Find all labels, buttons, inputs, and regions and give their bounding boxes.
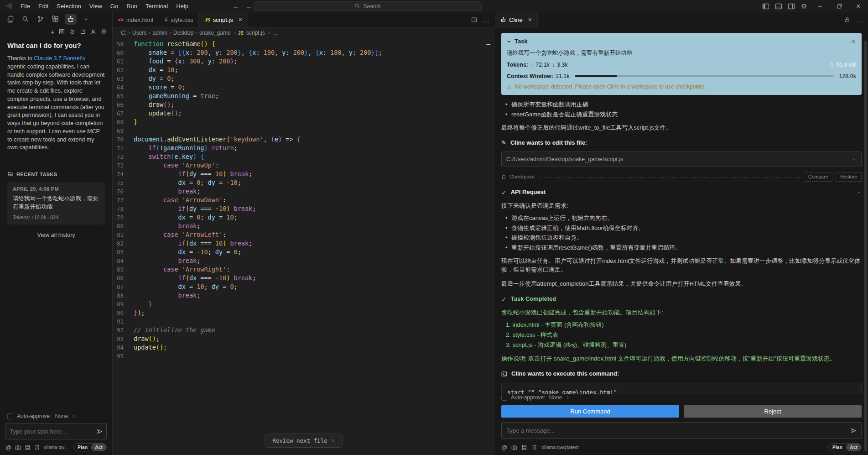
cline-activity-icon[interactable] bbox=[65, 14, 77, 25]
new-task-icon[interactable]: + bbox=[51, 28, 55, 36]
rows-icon[interactable] bbox=[521, 445, 527, 450]
auto-approve-checkbox[interactable] bbox=[7, 413, 13, 419]
tab-cline[interactable]: Cline × bbox=[495, 12, 538, 27]
code-line[interactable]: 76 break; bbox=[113, 187, 495, 196]
code-line[interactable]: 84 break; bbox=[113, 256, 495, 265]
tab-script-js[interactable]: JS script.js × bbox=[199, 12, 248, 27]
code-line[interactable]: 86 if(dx === -10) break; bbox=[113, 274, 495, 282]
forward-arrow-icon[interactable]: → bbox=[245, 3, 252, 10]
breadcrumb-item[interactable]: Users bbox=[127, 30, 147, 36]
task-input[interactable] bbox=[10, 428, 94, 435]
settings-gear-icon[interactable]: ⚙ bbox=[798, 0, 811, 12]
code-line[interactable]: 73 case 'ArrowUp': bbox=[113, 161, 495, 170]
tab-index-html[interactable]: <> index.html bbox=[113, 12, 159, 27]
chevron-down-icon[interactable] bbox=[857, 190, 862, 195]
back-arrow-icon[interactable]: ← bbox=[233, 3, 239, 10]
chevron-down-icon[interactable] bbox=[852, 157, 857, 162]
code-line[interactable]: 74 if(dy === 10) break; bbox=[113, 170, 495, 178]
code-line[interactable]: 89 } bbox=[113, 300, 495, 309]
code-line[interactable]: 77 case 'ArrowDown': bbox=[113, 196, 495, 204]
menu-item[interactable]: Terminal bbox=[141, 0, 172, 12]
menu-item[interactable]: Selection bbox=[52, 0, 85, 12]
code-line[interactable]: 66 draw(); bbox=[113, 100, 495, 109]
chevron-right-icon[interactable] bbox=[72, 414, 76, 418]
menu-item[interactable]: File bbox=[16, 0, 34, 12]
list-icon[interactable] bbox=[59, 29, 65, 35]
code-line[interactable]: 61 food = {x: 300, y: 200}; bbox=[113, 57, 495, 66]
settings-gear-icon[interactable]: ⚙ bbox=[101, 28, 107, 35]
at-icon[interactable]: @ bbox=[5, 444, 11, 451]
fold-indicator-icon[interactable]: — bbox=[487, 40, 490, 47]
code-line[interactable]: 81 case 'ArrowLeft': bbox=[113, 230, 495, 239]
recent-task-card[interactable]: APRIL 29, 4:08 PM 请给我写一个贪吃蛇小游戏，需要有重新开始功能… bbox=[7, 182, 105, 225]
code-line[interactable]: 69 bbox=[113, 126, 495, 135]
auto-approve-checkbox[interactable] bbox=[501, 395, 507, 401]
breadcrumb-item[interactable]: C: bbox=[120, 30, 127, 36]
code-line[interactable]: 94update(); bbox=[113, 343, 495, 352]
code-line[interactable]: 78 if(dy === -10) break; bbox=[113, 204, 495, 213]
code-line[interactable]: 70document.addEventListener('keydown', (… bbox=[113, 135, 495, 144]
code-line[interactable]: 83 dx = -10; dy = 0; bbox=[113, 248, 495, 256]
code-area[interactable]: 59function resetGame() {60 snake = [{x: … bbox=[113, 38, 495, 455]
review-next-file-button[interactable]: Review next file bbox=[265, 434, 343, 448]
plan-button[interactable]: Plan bbox=[74, 444, 91, 451]
code-line[interactable]: 92// Initialize the game bbox=[113, 326, 495, 335]
auto-approve-value[interactable]: None bbox=[55, 413, 68, 419]
reject-button[interactable]: Reject bbox=[684, 405, 862, 418]
code-line[interactable]: 80 break; bbox=[113, 222, 495, 230]
search-view-icon[interactable] bbox=[20, 14, 31, 25]
plan-button[interactable]: Plan bbox=[829, 444, 846, 451]
menu-item[interactable]: Go bbox=[106, 0, 122, 12]
run-command-button[interactable]: Run Command bbox=[501, 405, 679, 418]
chevron-down-icon[interactable] bbox=[80, 14, 92, 25]
at-icon[interactable]: @ bbox=[501, 444, 507, 451]
breadcrumb[interactable]: C:UsersadminDesktopsnake_game › JS scrip… bbox=[113, 27, 495, 38]
code-line[interactable]: 82 if(dx === 10) break; bbox=[113, 239, 495, 248]
code-line[interactable]: 88 break; bbox=[113, 291, 495, 300]
minimize-button[interactable]: – bbox=[811, 0, 830, 12]
chevron-down-icon[interactable] bbox=[507, 39, 511, 44]
tab-style-css[interactable]: # style.css bbox=[159, 12, 199, 27]
model-label[interactable]: ollama:qwq:la... bbox=[44, 445, 70, 450]
code-line[interactable]: 63 dy = 0; bbox=[113, 74, 495, 83]
send-icon[interactable] bbox=[97, 429, 103, 434]
view-all-history-link[interactable]: View all history bbox=[37, 232, 75, 238]
breadcrumb-item[interactable]: Desktop bbox=[168, 30, 194, 36]
edit-file-path-box[interactable]: C:/Users/admin/Desktop/snake_game/script… bbox=[501, 152, 862, 167]
auto-approve-value[interactable]: None bbox=[549, 394, 562, 401]
code-line[interactable]: 68} bbox=[113, 118, 495, 126]
layout-sidebar-icon[interactable] bbox=[759, 0, 772, 12]
code-line[interactable]: 95 bbox=[113, 352, 495, 361]
menu-item[interactable]: Help bbox=[172, 0, 192, 12]
restore-button[interactable]: Restore bbox=[836, 173, 862, 181]
code-line[interactable]: 60 snake = [{x: 200, y: 200}, {x: 190, y… bbox=[113, 48, 495, 57]
code-line[interactable]: 62 dx = 10; bbox=[113, 66, 495, 74]
menu-item[interactable]: View bbox=[85, 0, 106, 12]
act-button[interactable]: Act bbox=[91, 444, 106, 451]
account-icon[interactable] bbox=[90, 29, 96, 35]
code-line[interactable]: 72 switch(e.key) { bbox=[113, 152, 495, 161]
code-line[interactable]: 79 dx = 0; dy = 10; bbox=[113, 213, 495, 222]
code-line[interactable]: 93draw(); bbox=[113, 335, 495, 343]
restore-button[interactable] bbox=[830, 0, 849, 12]
close-task-icon[interactable]: ✕ bbox=[851, 37, 856, 46]
menu-item[interactable]: Run bbox=[122, 0, 141, 12]
history-icon[interactable] bbox=[69, 29, 75, 35]
extensions-icon[interactable] bbox=[50, 14, 62, 25]
files-icon[interactable] bbox=[5, 14, 16, 25]
breadcrumb-item[interactable]: snake_game bbox=[194, 30, 232, 36]
panel-scrollbar[interactable] bbox=[864, 41, 867, 451]
code-line[interactable]: 90}); bbox=[113, 309, 495, 317]
breadcrumb-symbol[interactable]: ... bbox=[272, 30, 279, 36]
breadcrumb-item[interactable]: admin bbox=[147, 30, 168, 36]
code-line[interactable]: 91 bbox=[113, 317, 495, 326]
source-control-icon[interactable] bbox=[35, 14, 47, 25]
close-tab-icon[interactable]: × bbox=[528, 16, 532, 23]
code-line[interactable]: 65 gameRunning = true; bbox=[113, 92, 495, 100]
send-icon[interactable] bbox=[851, 428, 857, 434]
code-line[interactable]: 64 score = 0; bbox=[113, 83, 495, 92]
camera-icon[interactable] bbox=[511, 445, 517, 450]
more-actions-icon[interactable]: … bbox=[483, 16, 489, 24]
code-line[interactable]: 87 dx = 10; dy = 0; bbox=[113, 282, 495, 291]
claude-link[interactable]: Claude 3.7 Sonnet's bbox=[34, 55, 85, 62]
